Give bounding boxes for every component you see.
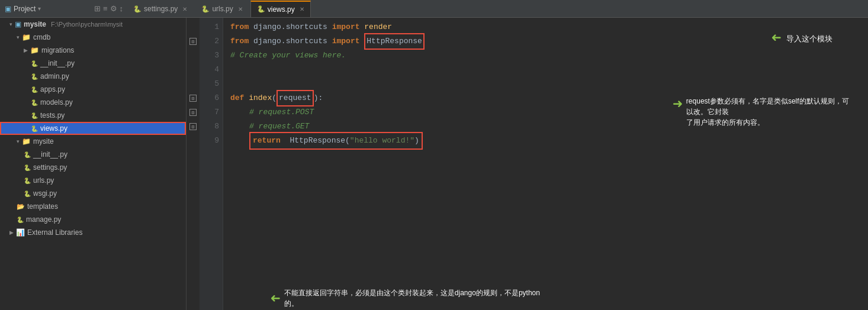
toolbar-icon-3[interactable]: ⚙ bbox=[110, 4, 117, 13]
toolbar-icon-2[interactable]: ≡ bbox=[103, 4, 108, 13]
sidebar-item-templates[interactable]: 📂 templates bbox=[0, 200, 186, 213]
request-annotation-text: request参数必须有，名字是类似self的默认规则，可以改。它封装了用户请求… bbox=[686, 96, 850, 128]
main-content: ▾ ▣ mysite F:\Python\pycharm\mysit ▾ 📁 c… bbox=[0, 18, 868, 310]
tab-urls-close[interactable]: ✕ bbox=[238, 6, 243, 12]
tab-settings-close[interactable]: ✕ bbox=[182, 6, 187, 12]
sidebar-item-views[interactable]: 🐍 views.py bbox=[0, 122, 186, 135]
migrations-arrow: ▶ bbox=[24, 47, 28, 53]
sidebar-item-models[interactable]: 🐍 models.py bbox=[0, 96, 186, 109]
return-arrow-icon: ➜ bbox=[271, 290, 281, 304]
sidebar-item-settings[interactable]: 🐍 settings.py bbox=[0, 161, 186, 174]
settings-py-icon: 🐍 bbox=[133, 5, 142, 13]
return-annotation-text: 不能直接返回字符串，必须是由这个类封装起来，这是django的规则，不是pyth… bbox=[284, 288, 540, 309]
fn-render: render bbox=[364, 20, 392, 34]
sidebar-migrations-label: migrations bbox=[41, 46, 74, 54]
sidebar-item-init-mysite[interactable]: 🐍 __init__.py bbox=[0, 148, 186, 161]
apps-file-icon: 🐍 bbox=[31, 86, 38, 93]
gutter-icon-6: ⊡ bbox=[189, 95, 197, 102]
init-mysite-file-icon: 🐍 bbox=[24, 151, 31, 158]
request-highlight: request bbox=[277, 90, 314, 106]
code-line-1: from django.shortcuts import render bbox=[230, 20, 861, 34]
gutter-4 bbox=[187, 63, 200, 77]
line-numbers: 1 2 3 4 5 6 7 8 9 bbox=[200, 18, 223, 310]
sidebar-item-init-cmdb[interactable]: 🐍 __init__.py bbox=[0, 57, 186, 70]
sidebar-item-manage[interactable]: 🐍 manage.py bbox=[0, 213, 186, 226]
import-annotation-text: 导入这个模块 bbox=[786, 32, 832, 46]
return-httpresponse: HttpResponse bbox=[290, 136, 345, 145]
param-request: request bbox=[279, 93, 311, 102]
models-file-icon: 🐍 bbox=[31, 99, 38, 106]
manage-file-icon: 🐍 bbox=[17, 217, 24, 223]
kw-from-2: from bbox=[230, 34, 249, 49]
return-string: "hello world!" bbox=[350, 136, 414, 145]
gutter-1 bbox=[187, 20, 200, 34]
code-line-4 bbox=[230, 63, 861, 77]
kw-import-2: import bbox=[332, 34, 360, 49]
sidebar-root-path: F:\Python\pycharm\mysit bbox=[51, 21, 123, 28]
toolbar-icon-1[interactable]: ⊞ bbox=[94, 4, 101, 13]
sidebar-item-mysite-sub[interactable]: ▾ 📁 mysite bbox=[0, 135, 186, 148]
project-panel-header: ▣ Project ▾ ⊞ ≡ ⚙ ↕ bbox=[5, 4, 123, 13]
gutter-5 bbox=[187, 77, 200, 91]
gutter-8: ⊡ bbox=[187, 120, 200, 134]
sidebar-models-label: models.py bbox=[40, 98, 73, 106]
cmdb-folder-icon: 📁 bbox=[22, 33, 31, 41]
code-editor[interactable]: ⊡ ⊡ ⊡ ⊡ 1 2 3 4 bbox=[187, 18, 868, 310]
sidebar-mysite-sub-label: mysite bbox=[33, 137, 54, 146]
ext-libs-icon: 📊 bbox=[16, 228, 25, 237]
project-label: Project bbox=[14, 5, 36, 13]
tab-urls[interactable]: 🐍 urls.py ✕ bbox=[195, 1, 249, 17]
migrations-folder-icon: 📁 bbox=[30, 46, 39, 54]
comment-create-views: # Create your views here. bbox=[230, 49, 346, 63]
sidebar-wsgi-label: wsgi.py bbox=[33, 189, 57, 198]
tab-settings[interactable]: 🐍 settings.py ✕ bbox=[127, 1, 194, 17]
paren-open: ( bbox=[272, 91, 277, 105]
tests-file-icon: 🐍 bbox=[31, 112, 38, 119]
dropdown-arrow[interactable]: ▾ bbox=[38, 5, 41, 12]
sidebar-templates-label: templates bbox=[27, 202, 58, 211]
sidebar-item-apps[interactable]: 🐍 apps.py bbox=[0, 83, 186, 96]
return-paren-open: ( bbox=[345, 136, 350, 145]
sidebar-views-label: views.py bbox=[40, 124, 67, 133]
tab-views-close[interactable]: ✕ bbox=[300, 6, 304, 12]
return-paren-close: ) bbox=[414, 136, 419, 145]
sidebar-item-external-libs[interactable]: ▶ 📊 External Libraries bbox=[0, 226, 186, 239]
sidebar-item-tests[interactable]: 🐍 tests.py bbox=[0, 109, 186, 122]
code-line-2: from django.shortcuts import HttpRespons… bbox=[230, 34, 861, 49]
title-bar: ▣ Project ▾ ⊞ ≡ ⚙ ↕ 🐍 settings.py ✕ 🐍 ur… bbox=[0, 0, 868, 18]
sidebar-item-urls[interactable]: 🐍 urls.py bbox=[0, 174, 186, 187]
code-line-3: # Create your views here. bbox=[230, 49, 861, 63]
sidebar-external-libs-label: External Libraries bbox=[27, 228, 82, 237]
httpresponse-highlight: HttpResponse bbox=[364, 33, 425, 50]
ext-libs-arrow: ▶ bbox=[9, 230, 14, 235]
tab-views[interactable]: 🐍 views.py ✕ bbox=[250, 1, 311, 17]
import-annotation: ➜ 导入这个模块 bbox=[771, 32, 832, 46]
paren-close: ): bbox=[314, 91, 323, 105]
comment-post: # request.POST bbox=[249, 105, 314, 120]
editor-tabs: 🐍 settings.py ✕ 🐍 urls.py ✕ 🐍 views.py ✕ bbox=[127, 1, 863, 17]
urls-py-icon: 🐍 bbox=[201, 5, 210, 13]
sidebar-item-admin[interactable]: 🐍 admin.py bbox=[0, 70, 186, 83]
tab-views-label: views.py bbox=[268, 5, 295, 14]
kw-from-1: from bbox=[230, 20, 249, 34]
sidebar-item-mysite-root[interactable]: ▾ ▣ mysite F:\Python\pycharm\mysit bbox=[0, 18, 186, 31]
sidebar-apps-label: apps.py bbox=[40, 85, 65, 93]
import-arrow-icon: ➜ bbox=[771, 32, 782, 46]
views-file-icon: 🐍 bbox=[31, 125, 38, 132]
mysite-sub-arrow: ▾ bbox=[17, 138, 20, 144]
sidebar-item-cmdb[interactable]: ▾ 📁 cmdb bbox=[0, 31, 186, 44]
code-lines[interactable]: from django.shortcuts import render from… bbox=[223, 18, 868, 310]
module-2: django.shortcuts bbox=[253, 34, 327, 49]
return-highlight: return HttpResponse("hello world!") bbox=[249, 132, 423, 150]
init-cmdb-file-icon: 🐍 bbox=[31, 60, 38, 67]
gutter-7: ⊡ bbox=[187, 105, 200, 120]
sidebar-item-migrations[interactable]: ▶ 📁 migrations bbox=[0, 44, 186, 57]
settings-file-icon: 🐍 bbox=[24, 164, 31, 171]
module-1: django.shortcuts bbox=[253, 20, 327, 34]
sidebar-item-wsgi[interactable]: 🐍 wsgi.py bbox=[0, 187, 186, 200]
code-line-9: return HttpResponse("hello world!") bbox=[230, 134, 861, 148]
gutter-icon-2: ⊡ bbox=[189, 38, 197, 45]
toolbar-icon-4[interactable]: ↕ bbox=[120, 4, 124, 13]
sidebar-init-cmdb-label: __init__.py bbox=[40, 59, 75, 67]
folder-icon: ▣ bbox=[5, 5, 11, 13]
